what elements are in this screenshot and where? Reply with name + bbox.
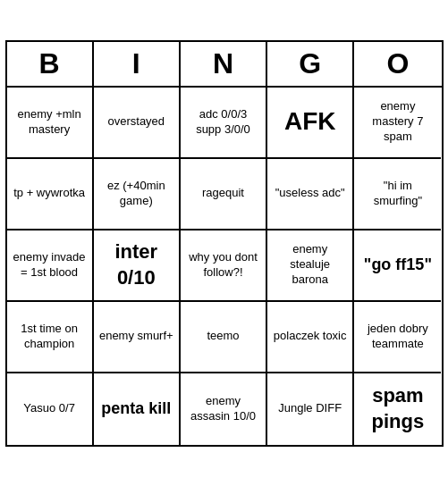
bingo-cell-0: enemy +mln mastery [7,88,94,159]
bingo-cell-22: enemy assasin 10/0 [181,373,267,445]
bingo-cell-9: "hi im smurfing" [354,159,441,230]
bingo-grid: enemy +mln masteryoverstayedadc 0/0/3 su… [7,88,442,445]
bingo-cell-15: 1st time on champion [7,302,94,373]
bingo-cell-21: penta kill [94,373,181,445]
bingo-cell-20: Yasuo 0/7 [7,373,94,445]
bingo-cell-6: ez (+40min game) [94,159,181,230]
bingo-cell-12: why you dont follow?! [181,230,267,302]
bingo-cell-24: spam pings [354,373,441,445]
bingo-cell-4: enemy mastery 7 spam [354,88,441,159]
bingo-cell-23: Jungle DIFF [267,373,354,445]
bingo-cell-10: enemy invade = 1st blood [7,230,94,302]
bingo-cell-13: enemy stealuje barona [267,230,354,302]
bingo-cell-1: overstayed [94,88,181,159]
bingo-cell-5: tp + wywrotka [7,159,94,230]
header-letter-i: I [94,42,181,86]
header-letter-n: N [181,42,267,86]
bingo-header: BINGO [7,42,442,88]
bingo-cell-17: teemo [181,302,267,373]
bingo-cell-3: AFK [267,88,354,159]
bingo-cell-2: adc 0/0/3 supp 3/0/0 [181,88,267,159]
bingo-cell-19: jeden dobry teammate [354,302,441,373]
header-letter-b: B [7,42,94,86]
bingo-cell-14: "go ff15" [354,230,441,302]
bingo-cell-18: polaczek toxic [267,302,354,373]
bingo-cell-16: enemy smurf+ [94,302,181,373]
bingo-cell-11: inter 0/10 [94,230,181,302]
header-letter-o: O [354,42,441,86]
header-letter-g: G [267,42,354,86]
bingo-card: BINGO enemy +mln masteryoverstayedadc 0/… [5,40,444,447]
bingo-cell-8: "useless adc" [267,159,354,230]
bingo-cell-7: ragequit [181,159,267,230]
